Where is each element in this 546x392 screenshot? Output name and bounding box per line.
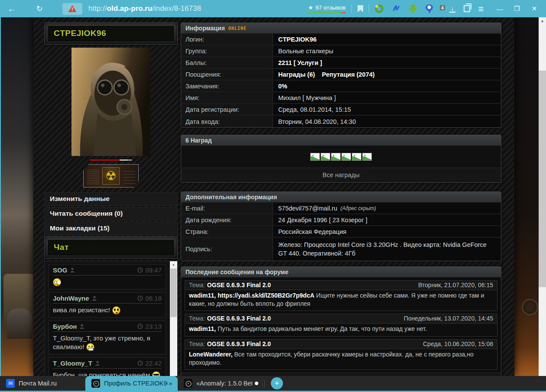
tab-mailru[interactable]: ✉ Почта Mail.ru (0, 376, 85, 391)
broken-image-icon (331, 153, 341, 161)
star-icon: ★ (308, 4, 313, 11)
page-scrollbar-thumb[interactable] (539, 71, 546, 287)
chat-message: Бурбон 23:13 T_Gloomy_T, это уже стремно… (49, 321, 166, 354)
row-value-points-link[interactable]: 2211 [ Услуги ] (273, 57, 501, 68)
row-label: Подпись: (181, 238, 273, 261)
chat-scroll-up-icon[interactable]: ▲ (170, 261, 177, 268)
clock-icon (137, 324, 143, 329)
site-security-badge[interactable]: ! (62, 3, 82, 15)
tab-label: Почта Mail.ru (19, 380, 57, 387)
tab-activity-dot (255, 382, 258, 385)
site-reviews-button[interactable]: ★ 97 отзывов (308, 4, 346, 13)
background-dome (7, 308, 32, 339)
reload-button[interactable]: ↻ (33, 4, 46, 13)
warning-icon: ! (68, 5, 77, 12)
forum-posts-block: Последние сообщения на форуме Тема:OGSE … (181, 266, 501, 376)
menu-edit-data[interactable]: Изменить данные (44, 192, 178, 206)
tab-anomaly[interactable]: «Anomaly: 1.5.0 Beta 3.0 (178, 376, 263, 391)
collections-button[interactable] (464, 5, 470, 12)
chat-author[interactable]: JohnWayne (53, 295, 89, 302)
user-icon (70, 268, 75, 272)
chat-scrollbar[interactable]: ▲ (170, 261, 177, 376)
chat-author[interactable]: Бурбон (53, 323, 77, 330)
shield-badge-count: 4 (440, 5, 445, 10)
map-pin-icon[interactable] (426, 4, 433, 13)
chat-author[interactable]: T_Gloomy_T (53, 360, 92, 367)
chat-text: Бурбон, ща почковаться начнём (53, 371, 162, 376)
topic-label: Тема: (189, 340, 205, 347)
profile-menu: Изменить данные Читать сообщения (0) Мои… (44, 192, 178, 235)
chat-scrollbar-thumb[interactable] (170, 269, 177, 317)
extensions-area: 4 ↓ ≡ (375, 3, 484, 14)
row-label: Логин: (181, 34, 273, 45)
extension-ring-icon[interactable] (375, 4, 384, 13)
scroll-up-icon[interactable]: ▲ (539, 17, 546, 24)
background-emblem (522, 299, 538, 315)
topic-link[interactable]: OGSE 0.6.9.3 Final 2.0 (207, 340, 271, 347)
awards-block: 6 Наград Все награды (181, 135, 501, 183)
url-path: /index/8-16738 (152, 4, 201, 13)
downloads-button[interactable]: ↓ (449, 5, 455, 13)
profile-title-frame: CTPEJIOK96 (44, 23, 178, 45)
row-value: Вторник, 04.08.2020, 14:30 (273, 116, 501, 127)
broken-image-icon (352, 153, 361, 161)
show-all-posts-link[interactable]: Показать все записи (181, 373, 501, 376)
tab-label: Профиль CTPEJIOK96 (104, 380, 168, 387)
savefrom-arrow-icon[interactable] (409, 5, 417, 13)
url-domain: old.ap-pro.ru (107, 4, 153, 13)
menu-my-bookmarks[interactable]: Мои закладки (15) (44, 222, 178, 235)
all-awards-link[interactable]: Все награды (181, 168, 501, 182)
clock-icon (137, 360, 143, 366)
topic-link[interactable]: OGSE 0.6.9.3 Final 2.0 (207, 315, 271, 322)
new-tab-button[interactable]: + (271, 377, 283, 389)
chat-time: 22:42 (137, 360, 162, 367)
page-scrollbar[interactable]: ▲ (539, 17, 546, 376)
post-author-link[interactable]: wadim11, (189, 325, 216, 332)
row-label: E-mail: (181, 203, 273, 214)
emoji-icon (112, 306, 120, 314)
chat-message: JohnWayne 06:18 вива ля резистанс! (49, 292, 166, 317)
email-hidden-note: (Адрес скрыт) (340, 205, 376, 211)
table-row: Дата регистрации: Среда, 08.01.2014, 15:… (181, 104, 501, 116)
browser-toolbar: ← ↻ ! http://old.ap-pro.ru/index/8-16738… (0, 0, 546, 17)
address-bar[interactable]: http://old.ap-pro.ru/index/8-16738 (88, 4, 201, 13)
tab-close-icon[interactable]: × (168, 380, 173, 387)
chat-author[interactable]: SOG (53, 266, 67, 274)
row-label: Баллы: (181, 57, 273, 68)
bookmark-icon[interactable] (358, 5, 363, 13)
email-link[interactable]: 575devil757@mail.ru (278, 205, 337, 212)
radiation-device-card: ☢ (83, 164, 139, 188)
menu-read-messages[interactable]: Читать сообщения (0) (44, 207, 178, 220)
tab-profile-active[interactable]: Профиль CTPEJIOK96 × (85, 376, 178, 391)
info-block: Информация ONLINE Логин: CTPEJIOK96 Груп… (181, 23, 501, 128)
chat-title-frame: Чат (44, 236, 178, 259)
forum-post: Тема:OGSE 0.6.9.3 Final 2.0 Понедельник,… (185, 314, 497, 336)
minimize-button[interactable]: — (493, 5, 506, 13)
user-icon (95, 361, 100, 366)
post-date: Вторник, 21.07.2020, 06:15 (418, 282, 493, 288)
post-body: wadim11,https://yadi.sk/d/lZ50B2Gr7p9dcA… (185, 290, 497, 311)
topic-link[interactable]: OGSE 0.6.9.3 Final 2.0 (207, 282, 271, 288)
profile-sidebar: CTPEJIOK96 (44, 23, 178, 376)
forum-post: Тема:OGSE 0.6.9.3 Final 2.0 Среда, 10.06… (185, 339, 497, 370)
browser-menu-button[interactable]: ≡ (478, 4, 484, 13)
close-button[interactable]: ✕ (528, 5, 541, 13)
online-badge: ONLINE (228, 26, 247, 31)
user-icon (80, 324, 84, 329)
maximize-button[interactable]: ❒ (510, 5, 523, 13)
page-viewport: CTPEJIOK96 (0, 17, 546, 376)
reputation-link[interactable]: Репутация (2074) (322, 71, 375, 78)
info-header: Информация ONLINE (181, 23, 501, 34)
post-author-link[interactable]: LoneWanderer, (189, 351, 233, 358)
row-value: Российская Федерация (273, 226, 501, 237)
awards-link[interactable]: Награды (6) (278, 71, 315, 78)
topic-label: Тема: (189, 282, 205, 288)
broken-image-icon (362, 153, 372, 161)
profile-avatar (72, 48, 150, 156)
back-button[interactable]: ← (5, 4, 18, 14)
table-row: E-mail: 575devil757@mail.ru (Адрес скрыт… (181, 203, 501, 214)
post-author-link[interactable]: wadim11, (189, 292, 216, 299)
extension-ribbon-icon[interactable] (392, 3, 400, 14)
post-url-link[interactable]: https://yadi.sk/d/lZ50B2Gr7p9dcA (218, 292, 314, 299)
broken-image-icon (310, 153, 320, 161)
